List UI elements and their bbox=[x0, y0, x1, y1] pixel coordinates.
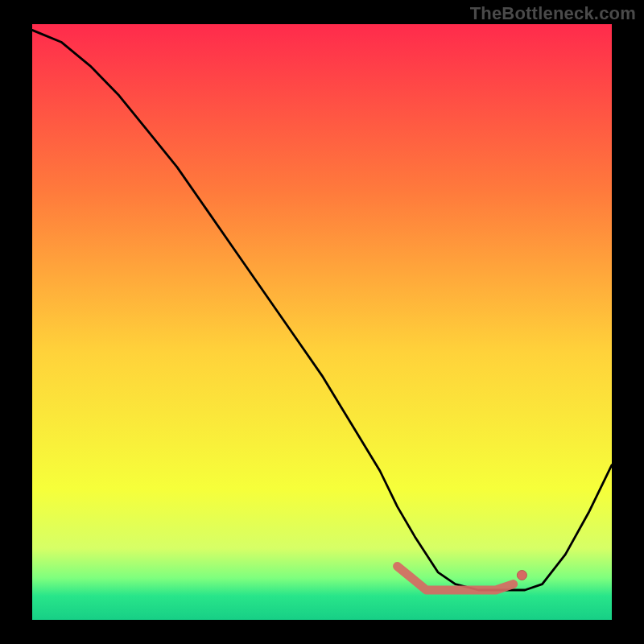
optimal-range-end-dot bbox=[517, 571, 526, 580]
bottleneck-curve bbox=[32, 30, 612, 590]
optimal-range-marker bbox=[398, 566, 514, 590]
watermark-text: TheBottleneck.com bbox=[470, 3, 636, 24]
chart-frame: TheBottleneck.com bbox=[0, 0, 644, 644]
chart-svg bbox=[32, 24, 612, 620]
plot-area bbox=[32, 24, 612, 620]
